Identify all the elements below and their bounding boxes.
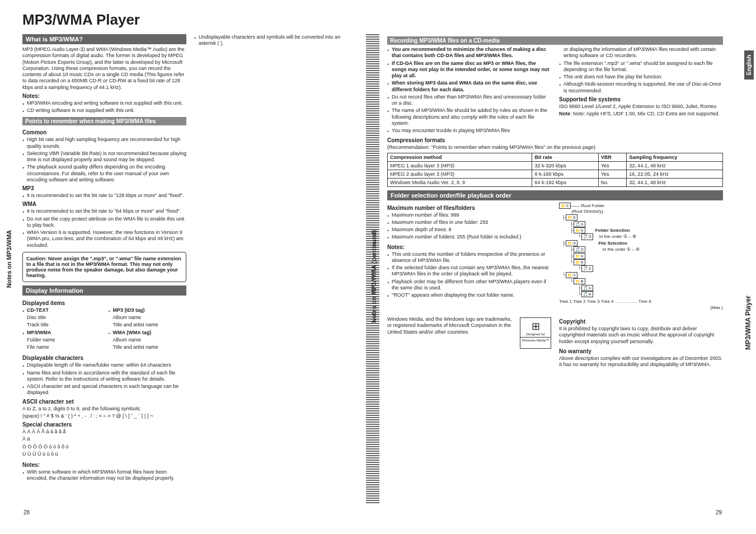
wtag-item: Title and artist name (109, 344, 187, 350)
logo-text2: Windows Media™ (520, 337, 551, 342)
root-folder-icon: 📁① (559, 203, 571, 209)
mp3-heading: MP3 (22, 185, 186, 191)
spec-line: Ò Ó Ô Õ Ö ò ó ô õ ö (22, 444, 186, 450)
th: VBR (598, 153, 627, 161)
folder-icon: 📁⑤ (574, 253, 585, 259)
heading-recording: Recording MP3/WMA files on a CD-media (387, 36, 723, 45)
common-item: The playback sound quality differs depen… (22, 164, 186, 183)
id3-item: Title and artist name (109, 322, 187, 328)
copyright-heading: Copyright (559, 318, 723, 325)
spec-line: Ù Ú Û Ü ù ú û ü (22, 451, 186, 457)
diag-root-label: Root Folder (581, 203, 604, 208)
note-item: If the selected folder does not contain … (387, 265, 551, 278)
rec-item: The name of MP3/WMA file should be added… (387, 107, 551, 127)
folder-sel-order: In the order ① – ⑧ (599, 234, 636, 239)
note-item: "ROOT" appears when displaying the root … (387, 292, 551, 298)
ascii-heading: ASCII character set (22, 399, 186, 405)
file-icon: 🎵③ (581, 233, 593, 240)
wma-heading: WMA (22, 201, 186, 207)
displayable-chars-heading: Displayable characters (22, 355, 186, 361)
sf-note: Note: Note: Apple HFS, UDF 1.50, Mix CD,… (559, 111, 723, 117)
common-heading: Common (22, 129, 186, 135)
two-page-spread: Notes on MP3/WMA What is MP3/WMA? MP3 (M… (22, 34, 734, 504)
sidebar-tab-right: Notes on MP3/WMA (continued) (370, 230, 377, 323)
file-icon: 🎵⑥ (581, 291, 593, 297)
spec-line: Ä ä (22, 436, 186, 442)
diag-root-dir: (Root Directory) (571, 209, 603, 214)
supported-fs-heading: Supported file systems (559, 96, 723, 102)
what-is-body: MP3 (MPEG Audio Layer-3) and WMA (Window… (22, 46, 186, 91)
folder-icon: 📁⑧ (574, 278, 585, 284)
file-sel-order: In the order ① – ⑥ (603, 247, 640, 252)
max-files-heading: Maximum number of files/folders (387, 205, 551, 211)
td: Windows Media Audio Ver. 2, 8, 9 (388, 178, 532, 186)
sf-note-text: Note: Apple HFS, UDF 1.50, Mix CD, CD Ex… (573, 111, 720, 116)
common-item: High bit rate and high sampling frequenc… (22, 137, 186, 149)
spec-line: À Á Â Ã Å à á â ã å (22, 429, 186, 435)
cdtext-item: Track title (22, 322, 101, 328)
dc-item: Name files and folders in accordance wit… (22, 370, 186, 383)
folder-icon: 📁② (566, 214, 577, 221)
file-icon: 🎵① (574, 221, 585, 227)
page-number-left: 28 (24, 509, 30, 516)
rec-item: The file extension ".mp3" or ".wma" shou… (559, 60, 723, 73)
mp3wma-item: Folder name (22, 337, 101, 343)
max-item: Maximum depth of trees: 8 (387, 227, 551, 233)
rec-item: Although Multi-session recording is supp… (559, 81, 723, 94)
heading-what-is: What is MP3/WMA? (22, 34, 186, 44)
sidebar-tab-left: Notes on MP3/WMA (6, 230, 12, 288)
page-title: MP3/WMA Player (22, 11, 734, 29)
tree-labels: Tree 1 Tree 2 Tree 3 Tree 4 …………… Tree 8 (559, 299, 723, 305)
no-warranty-text: Above description complies with our inve… (559, 355, 723, 368)
note-item: MP3/WMA encoding and writing software is… (22, 100, 186, 106)
mp3wma-h: MP3/WMA (22, 330, 101, 336)
file-sel-label: File Selection (598, 241, 627, 246)
max-item: Maximum number of folders: 255 (Root fol… (387, 234, 551, 240)
folder-icon: 📁④ (574, 227, 585, 233)
right-page: Notes on MP3/WMA (continued) Recording M… (387, 34, 723, 504)
common-item: Selecting VBR (Variable Bit Rate) is not… (22, 151, 186, 163)
logo-text1: Designed for (520, 332, 551, 336)
compression-note: (Recommendation: "Points to remember whe… (387, 144, 723, 151)
td: 32, 44.1, 48 kHz (627, 178, 723, 186)
cdtext-h: CD-TEXT (22, 307, 101, 313)
mp3-item: It is recommended to set the bit rate to… (22, 193, 186, 199)
rec-item: or displaying the information of MP3/WMA… (559, 46, 723, 59)
folder-icon: 📁⑥ (574, 259, 585, 265)
heading-display-info: Display Information (22, 285, 186, 296)
compression-heading: Compression formats (387, 137, 723, 143)
wtag-h: WMA (WMA tag) (109, 330, 187, 336)
td: 8 k-160 kbps (532, 170, 598, 178)
note-item: This unit counts the number of folders i… (387, 251, 551, 264)
notes-heading-2: Notes: (22, 462, 186, 468)
displayed-items-heading: Displayed items (22, 300, 186, 306)
td: Yes (598, 161, 627, 170)
note-item: Playback order may be different from oth… (387, 279, 551, 292)
td: 32, 44.1, 48 kHz (627, 161, 723, 170)
ascii-text: A to Z, a to z, digits 0 to 9, and the f… (22, 406, 186, 412)
windows-media-logo: ⊞ Designed for Windows Media™ (520, 317, 551, 349)
dc-item: ASCII character set and special characte… (22, 383, 186, 396)
dc-item: Displayable length of file name/folder n… (22, 362, 186, 368)
rec-item: You are recommended to minimize the chan… (387, 46, 551, 59)
max-item: Maximum number of files in one folder: 2… (387, 219, 551, 226)
cdtext-item: Disc title (22, 315, 101, 321)
td: Yes (598, 170, 627, 178)
folder-icon: 📁⑦ (566, 272, 577, 278)
th: Compression method (388, 153, 532, 161)
tree-max: (Max.) (559, 305, 723, 311)
wma-item: Do not set the copy protect attribute on… (22, 216, 186, 229)
heading-points: Points to remember when making MP3/WMA f… (22, 117, 186, 125)
file-icon: 🎵② (574, 246, 585, 252)
language-tab: English (744, 50, 754, 79)
page-number-right: 29 (716, 509, 722, 516)
rec-item: If CD-DA files are on the same disc as M… (387, 60, 551, 79)
rec-item: You may encounter trouble in playing MP3… (387, 128, 551, 134)
id3-item: Album name (109, 315, 187, 321)
td: MPEG 1 audio layer 3 (MP3) (388, 161, 532, 170)
rec-item: Do not record files other than MP3/WMA f… (387, 94, 551, 107)
copyright-text: It is prohibited by copyright laws to co… (559, 326, 723, 345)
notes-heading: Notes: (22, 93, 186, 99)
compression-table: Compression methodBit rateVBRSampling fr… (387, 153, 723, 187)
folder-tree-diagram: 📁①—— Root Folder (Root Directory) ├📁② ├🎵… (559, 203, 723, 311)
